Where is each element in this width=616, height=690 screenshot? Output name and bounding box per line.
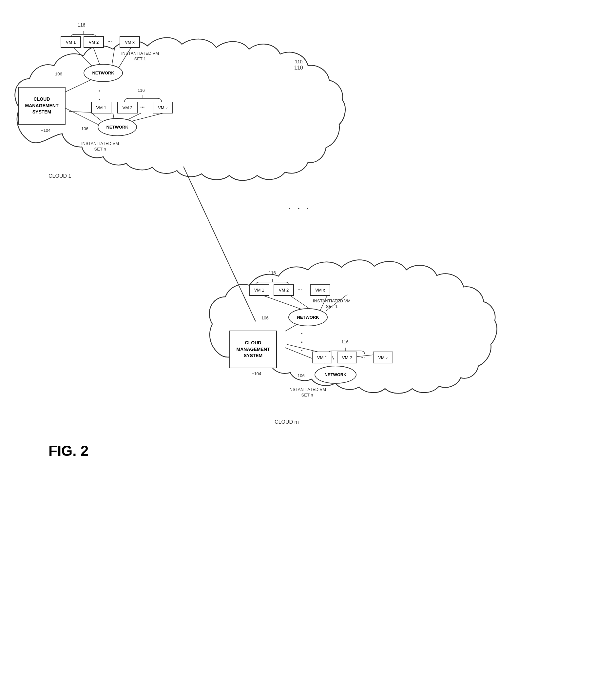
ref-106-c1-2: 106 [81, 126, 88, 131]
dots-cm-between-sets: ··· [301, 330, 303, 355]
vm-box-cms1-vmx: VM x [310, 284, 330, 296]
ref-106-cm-2: 106 [298, 373, 305, 378]
vm-box-c1sn-vm1: VM 1 [91, 102, 111, 113]
ref-104-cloudm: −104 [251, 371, 261, 376]
network-ellipse-c1-1: NETWORK [84, 64, 123, 82]
label-cloud1: CLOUD 1 [48, 173, 71, 179]
vm-box-c1s1-vm2: VM 2 [84, 36, 104, 48]
svg-line-0 [183, 167, 256, 321]
vm-box-cmsn-vm1: VM 1 [312, 352, 332, 363]
dots-c1sn: ··· [140, 104, 145, 110]
ref-110: 110 [295, 59, 303, 64]
network-ellipse-cm-1: NETWORK [288, 308, 328, 326]
vm-box-cms1-vm2: VM 2 [273, 284, 294, 296]
svg-line-14 [131, 113, 163, 121]
label-cloudm: CLOUD m [274, 419, 299, 425]
vm-box-c1sn-vmz: VM z [153, 102, 173, 113]
dots-between-clouds: · · · [288, 203, 311, 214]
dots-cms1: ··· [298, 287, 302, 293]
ref-116-cloud1-setn: 116 [138, 88, 145, 93]
network-ellipse-c1-2: NETWORK [97, 118, 137, 136]
vm-box-c1sn-vm2: VM 2 [117, 102, 138, 113]
ref-106-cm-1: 106 [262, 315, 269, 320]
network-ellipse-cm-2: NETWORK [314, 365, 356, 384]
dots-c1s1: ··· [108, 39, 112, 45]
ref-106-c1-1: 106 [55, 71, 62, 77]
cms-box-cloudm: CLOUD MANAGEMENT SYSTEM [229, 331, 277, 368]
ref-116-cloudm-setn: 116 [342, 339, 349, 344]
label-c1-vmset1: INSTANTIATED VMSET 1 [121, 51, 159, 62]
ref-104-cloud1: −104 [41, 128, 50, 133]
diagram-container: 110 116 VM 1 VM 2 ··· VM x INSTANTIATED … [0, 0, 616, 690]
label-cm-vmsetn: INSTANTIATED VMSET n [288, 387, 326, 398]
cms-box-cloud1: CLOUD MANAGEMENT SYSTEM [18, 87, 66, 125]
label-cm-vmset1: INSTANTIATED VMSET 1 [313, 298, 351, 310]
dots-cmsn: ··· [360, 355, 365, 361]
vm-box-c1s1-vm1: VM 1 [61, 36, 81, 48]
fig-label: FIG. 2 [48, 443, 88, 459]
ref-110-label: 110 [294, 65, 303, 71]
ref-116-cloud1-set1: 116 [78, 22, 85, 27]
label-c1-vmsetn: INSTANTIATED VMSET n [81, 141, 119, 152]
vm-box-c1s1-vmx: VM x [119, 36, 140, 48]
vm-box-cmsn-vmz: VM z [373, 352, 393, 363]
vm-box-cmsn-vm2: VM 2 [337, 352, 357, 363]
ref-116-cloudm-set1: 116 [269, 270, 276, 275]
vm-box-cms1-vm1: VM 1 [249, 284, 269, 296]
